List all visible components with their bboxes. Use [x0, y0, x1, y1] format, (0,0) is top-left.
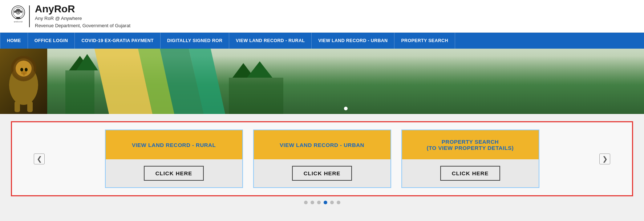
- click-here-rural[interactable]: CLICK HERE: [144, 166, 204, 181]
- banner-inner: [0, 49, 644, 114]
- dot-4[interactable]: [324, 201, 327, 204]
- header: सत्यमेव जयते AnyRoR Any RoR @ Anywhere R…: [0, 0, 644, 33]
- nav-digitally-signed[interactable]: DIGITALLY SIGNED ROR: [161, 33, 229, 49]
- svg-rect-22: [27, 101, 33, 112]
- card-property-body: CLICK HERE: [402, 159, 539, 187]
- tagline2: Revenue Department, Government of Gujara…: [35, 22, 130, 29]
- next-button[interactable]: ❯: [599, 154, 610, 164]
- svg-rect-27: [65, 70, 94, 114]
- nav-home[interactable]: HOME: [0, 33, 28, 49]
- click-here-property[interactable]: CLICK HERE: [440, 166, 501, 181]
- card-urban-body: CLICK HERE: [254, 159, 390, 187]
- logo-divider: [29, 5, 30, 27]
- svg-marker-32: [247, 61, 272, 78]
- nav-land-rural[interactable]: VIEW LAND RECORD - RURAL: [229, 33, 312, 49]
- svg-point-18: [25, 68, 28, 71]
- site-name: AnyRoR: [35, 3, 130, 15]
- card-urban: VIEW LAND RECORD - URBAN CLICK HERE: [253, 130, 391, 188]
- card-property-title: PROPERTY SEARCH(TO VIEW PROPERTY DETAILS…: [402, 130, 539, 159]
- prev-button[interactable]: ❮: [34, 154, 45, 164]
- tagline1: Any RoR @ Anywhere: [35, 15, 130, 22]
- dot-2[interactable]: [311, 201, 314, 204]
- carousel-dots: [11, 196, 633, 207]
- card-property: PROPERTY SEARCH(TO VIEW PROPERTY DETAILS…: [401, 130, 539, 188]
- svg-rect-5: [16, 17, 20, 18]
- nav-property-search[interactable]: PROPERTY SEARCH: [394, 33, 455, 49]
- nav-land-urban[interactable]: VIEW LAND RECORD - URBAN: [312, 33, 394, 49]
- card-rural-title: VIEW LAND RECORD - RURAL: [106, 130, 242, 159]
- card-rural: VIEW LAND RECORD - RURAL CLICK HERE: [105, 130, 243, 188]
- nav-covid[interactable]: COVID-19 EX-GRATIA PAYMENT: [75, 33, 161, 49]
- dot-5[interactable]: [330, 201, 334, 204]
- navbar: HOME OFFICE LOGIN COVID-19 EX-GRATIA PAY…: [0, 33, 644, 49]
- cards-outer: ❮ VIEW LAND RECORD - RURAL CLICK HERE VI…: [11, 121, 633, 196]
- svg-text:सत्यमेव जयते: सत्यमेव जयते: [13, 21, 23, 23]
- banner-indicator: [344, 107, 348, 110]
- banner-landscape: [47, 49, 644, 114]
- nav-office-login[interactable]: OFFICE LOGIN: [28, 33, 75, 49]
- card-rural-body: CLICK HERE: [106, 159, 242, 187]
- dot-3[interactable]: [317, 201, 321, 204]
- svg-rect-6: [15, 18, 21, 19]
- logo-text: AnyRoR Any RoR @ Anywhere Revenue Depart…: [35, 3, 130, 29]
- cards-section: ❮ VIEW LAND RECORD - RURAL CLICK HERE VI…: [0, 114, 644, 214]
- svg-point-17: [20, 68, 23, 71]
- banner: [0, 49, 644, 114]
- dot-1[interactable]: [304, 201, 308, 204]
- card-urban-title: VIEW LAND RECORD - URBAN: [254, 130, 390, 159]
- emblem-logo: सत्यमेव जयते: [7, 4, 29, 28]
- svg-rect-28: [229, 78, 283, 114]
- banner-lion: [0, 49, 47, 114]
- cards-container: VIEW LAND RECORD - RURAL CLICK HERE VIEW…: [48, 130, 596, 188]
- dot-6[interactable]: [337, 201, 340, 204]
- svg-rect-21: [15, 101, 20, 112]
- click-here-urban[interactable]: CLICK HERE: [292, 166, 352, 181]
